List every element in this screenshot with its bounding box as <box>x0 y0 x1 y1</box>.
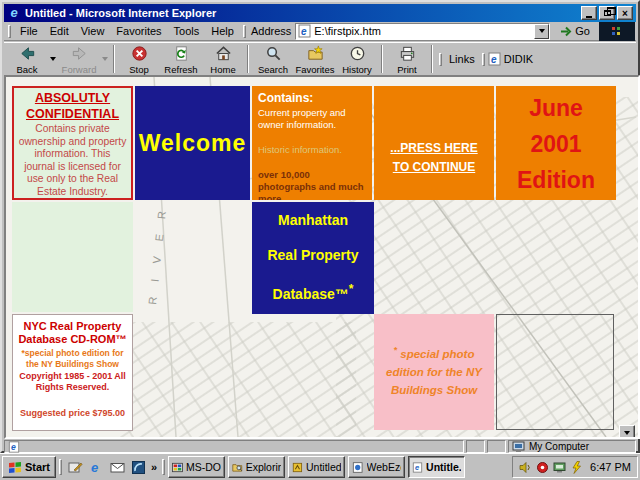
scroll-down-button[interactable] <box>619 425 635 439</box>
quick-launch-chevron[interactable]: » <box>151 461 157 473</box>
manhattan-line2: Real Property <box>252 247 374 263</box>
taskbar-grip[interactable] <box>59 459 62 475</box>
chevron-down-icon <box>102 57 108 61</box>
window-title: Untitled - Microsoft Internet Explorer <box>25 7 579 19</box>
browser-window: e Untitled - Microsoft Internet Explorer… <box>0 0 640 453</box>
status-message-pane: e <box>4 440 464 453</box>
ie-quicklaunch-icon[interactable]: e <box>88 459 105 476</box>
links-didik[interactable]: e DIDIK <box>488 52 533 66</box>
forward-button[interactable]: Forward <box>58 43 100 75</box>
desktop: e Untitled - Microsoft Internet Explorer… <box>0 0 640 480</box>
menu-help[interactable]: Help <box>205 25 240 37</box>
contains-line1: Current property and owner information. <box>258 107 366 132</box>
show-desktop-icon[interactable] <box>67 459 84 476</box>
explorer-folder-icon <box>232 461 243 474</box>
task-webeze[interactable]: WebEze <box>348 456 405 478</box>
status-pane-small <box>466 440 485 453</box>
links-band-grip[interactable] <box>439 53 442 66</box>
stop-icon <box>130 44 149 63</box>
go-button[interactable]: Go <box>553 24 596 39</box>
outlook-mail-icon[interactable] <box>109 459 126 476</box>
channels-icon[interactable] <box>130 459 147 476</box>
ie-page-icon: e <box>412 461 423 474</box>
tray-volume-icon[interactable] <box>519 461 532 474</box>
close-button[interactable]: × <box>617 6 633 20</box>
untitled-app-icon <box>292 461 303 474</box>
manhattan-line1: Manhattan <box>252 212 374 228</box>
menu-edit[interactable]: Edit <box>44 25 75 37</box>
stop-button[interactable]: Stop <box>118 43 160 75</box>
minimize-button[interactable] <box>581 6 597 20</box>
refresh-icon <box>172 44 191 63</box>
start-button[interactable]: Start <box>2 456 56 478</box>
status-zone-pane: My Computer <box>508 440 636 453</box>
contains-box: Contains: Current property and owner inf… <box>252 86 372 200</box>
tray-display-icon[interactable] <box>553 461 566 474</box>
history-button[interactable]: History <box>336 43 378 75</box>
back-button[interactable]: Back <box>6 43 48 75</box>
status-page-icon: e <box>8 441 20 453</box>
cdrom-subtitle: *special photo edition for the NY Buildi… <box>18 348 127 369</box>
edition-line3: Edition <box>496 162 616 198</box>
menu-tools[interactable]: Tools <box>168 25 206 37</box>
contains-line3: over 10,000 photographs and much more... <box>258 169 366 200</box>
address-input[interactable]: e E:\firstpix.htm <box>295 23 550 40</box>
tray-power-icon[interactable] <box>570 461 583 474</box>
menu-favorites[interactable]: Favorites <box>110 25 167 37</box>
menu-view[interactable]: View <box>75 25 111 37</box>
address-value[interactable]: E:\firstpix.htm <box>314 25 534 37</box>
minimize-icon <box>586 16 592 18</box>
chevron-down-icon <box>50 57 56 61</box>
title-bar: e Untitled - Microsoft Internet Explorer… <box>4 4 636 22</box>
photo-edition-note: * special photo edition for the NY Build… <box>374 314 494 430</box>
home-button[interactable]: Home <box>202 43 244 75</box>
menu-band-grip[interactable] <box>8 25 11 38</box>
cdrom-title: NYC Real Property Database CD-ROM™ <box>18 320 127 346</box>
status-bar: e My Computer <box>4 439 636 453</box>
favorites-button[interactable]: Favorites <box>294 43 336 75</box>
toolbar-separator <box>381 45 383 73</box>
photo-edition-text: * special photo edition for the NY Build… <box>384 344 484 399</box>
forward-dropdown-button[interactable] <box>100 44 110 74</box>
task-untitled[interactable]: Untitled - <box>288 456 345 478</box>
svg-text:e: e <box>301 26 307 37</box>
press-here-line1[interactable]: ...PRESS HERE <box>390 139 477 158</box>
start-label: Start <box>25 461 50 473</box>
search-button[interactable]: Search <box>252 43 294 75</box>
task-exploring[interactable]: Exploring <box>228 456 285 478</box>
address-page-icon: e <box>298 24 311 38</box>
address-dropdown-button[interactable] <box>534 24 549 39</box>
cdrom-price: Suggested price $795.00 <box>18 408 127 418</box>
task-untitle-active[interactable]: e Untitle... <box>408 456 465 478</box>
back-arrow-icon <box>18 44 37 63</box>
ie-logo-icon: e <box>7 6 21 20</box>
print-button[interactable]: Print <box>386 43 428 75</box>
welcome-text: Welcome <box>139 130 247 157</box>
cdrom-info-box: NYC Real Property Database CD-ROM™ *spec… <box>12 314 133 431</box>
back-dropdown-button[interactable] <box>48 44 58 74</box>
refresh-button[interactable]: Refresh <box>160 43 202 75</box>
ie-throbber <box>599 22 635 41</box>
forward-arrow-icon <box>70 44 89 63</box>
confidential-body: Contains private ownership and property … <box>18 123 127 200</box>
menu-file[interactable]: File <box>14 25 44 37</box>
press-here-link[interactable]: ...PRESS HERE TO CONTINUE <box>374 86 494 200</box>
links-didik-label: DIDIK <box>504 53 533 65</box>
restore-button[interactable] <box>599 6 615 20</box>
taskbar-grip[interactable] <box>162 459 165 475</box>
cdrom-copyright: Copyright 1985 - 2001 All Rights Reserve… <box>18 371 127 394</box>
manhattan-line3: Database™* <box>252 282 374 302</box>
history-icon <box>348 44 367 63</box>
task-msdos[interactable]: MS-DOS <box>168 456 225 478</box>
link-page-icon: e <box>488 52 501 66</box>
go-label: Go <box>575 25 590 37</box>
links-grip[interactable] <box>482 53 485 66</box>
links-label: Links <box>449 53 475 65</box>
tray-red-status-icon[interactable] <box>536 461 549 474</box>
toolbar: Back Forward Stop <box>4 42 636 75</box>
map-cell-border <box>496 314 614 430</box>
press-here-line2[interactable]: TO CONTINUE <box>393 158 475 177</box>
toolbar-separator <box>247 45 249 73</box>
address-band-grip[interactable] <box>243 25 246 38</box>
toolbar-separator <box>113 45 115 73</box>
